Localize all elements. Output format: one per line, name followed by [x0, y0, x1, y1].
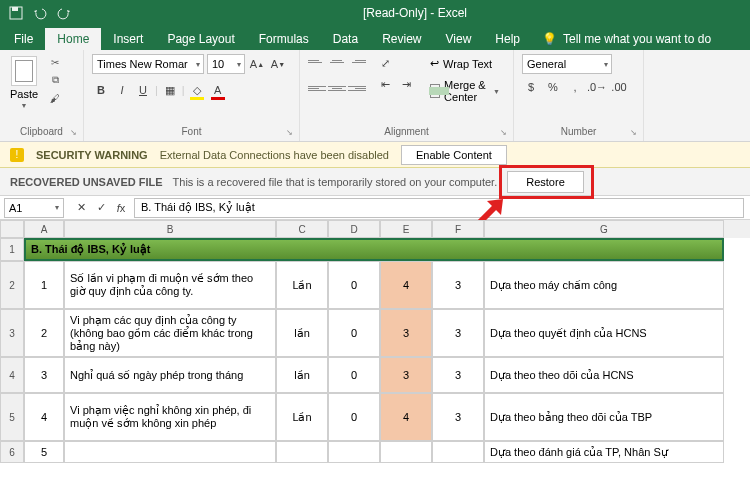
increase-decimal-button[interactable]: .0→ [588, 78, 606, 96]
cell[interactable]: Dựa theo đánh giá của TP, Nhân Sự [484, 441, 724, 463]
restore-button[interactable]: Restore [507, 171, 584, 193]
row-header[interactable]: 3 [0, 309, 24, 357]
cell[interactable]: Số lần vi phạm đi muộn về sớm theo giờ q… [64, 261, 276, 309]
col-header[interactable]: F [432, 220, 484, 238]
cut-button[interactable]: ✂ [46, 54, 64, 70]
align-right[interactable] [348, 81, 366, 95]
dialog-launcher-icon[interactable]: ↘ [286, 128, 296, 138]
cell[interactable] [64, 441, 276, 463]
cell[interactable]: Dựa theo máy chấm công [484, 261, 724, 309]
tab-insert[interactable]: Insert [101, 28, 155, 50]
cell[interactable]: 3 [432, 393, 484, 441]
underline-button[interactable]: U [134, 81, 152, 99]
cell[interactable]: Lần [276, 393, 328, 441]
cell[interactable]: lần [276, 309, 328, 357]
borders-button[interactable]: ▦ [161, 81, 179, 99]
undo-icon[interactable] [30, 3, 50, 23]
decrease-decimal-button[interactable]: .00 [610, 78, 628, 96]
orientation-button[interactable]: ⤢ [376, 54, 394, 72]
tab-data[interactable]: Data [321, 28, 370, 50]
cell[interactable] [328, 441, 380, 463]
cell[interactable]: 4 [380, 261, 432, 309]
redo-icon[interactable] [54, 3, 74, 23]
tab-view[interactable]: View [434, 28, 484, 50]
cell[interactable]: 0 [328, 261, 380, 309]
decrease-font-button[interactable]: A▼ [269, 55, 287, 73]
select-all-corner[interactable] [0, 220, 24, 238]
decrease-indent-button[interactable]: ⇤ [376, 75, 394, 93]
align-center[interactable] [328, 81, 346, 95]
comma-format-button[interactable]: , [566, 78, 584, 96]
enable-content-button[interactable]: Enable Content [401, 145, 507, 165]
fx-icon[interactable]: fx [112, 199, 130, 217]
cell[interactable]: Vi phạm việc nghỉ không xin phép, đi muộ… [64, 393, 276, 441]
cell[interactable]: Dựa theo bảng theo dõi của TBP [484, 393, 724, 441]
dialog-launcher-icon[interactable]: ↘ [70, 128, 80, 138]
row-header[interactable]: 4 [0, 357, 24, 393]
font-name-combo[interactable]: Times New Romar [92, 54, 204, 74]
cell[interactable]: 4 [24, 393, 64, 441]
cell[interactable]: 0 [328, 309, 380, 357]
increase-indent-button[interactable]: ⇥ [397, 75, 415, 93]
formula-input[interactable]: B. Thái độ IBS, Kỷ luật [134, 198, 744, 218]
tab-home[interactable]: Home [45, 28, 101, 50]
cell[interactable]: 2 [24, 309, 64, 357]
tab-help[interactable]: Help [483, 28, 532, 50]
cell[interactable]: B. Thái độ IBS, Kỷ luật [24, 238, 724, 261]
cell[interactable]: 3 [24, 357, 64, 393]
percent-format-button[interactable]: % [544, 78, 562, 96]
tab-review[interactable]: Review [370, 28, 433, 50]
cell[interactable]: 3 [380, 357, 432, 393]
name-box[interactable]: A1 [4, 198, 64, 218]
col-header[interactable]: C [276, 220, 328, 238]
paste-button[interactable]: Paste ▼ [8, 54, 40, 111]
cell[interactable]: 0 [328, 393, 380, 441]
italic-button[interactable]: I [113, 81, 131, 99]
align-top-right[interactable] [348, 54, 366, 68]
format-painter-button[interactable]: 🖌 [46, 90, 64, 106]
tab-formulas[interactable]: Formulas [247, 28, 321, 50]
copy-button[interactable]: ⧉ [46, 72, 64, 88]
col-header[interactable]: E [380, 220, 432, 238]
font-size-combo[interactable]: 10 [207, 54, 245, 74]
cell[interactable]: lần [276, 357, 328, 393]
fill-color-button[interactable]: ◇ [188, 81, 206, 99]
cell[interactable] [432, 441, 484, 463]
cell[interactable]: Dựa theo theo dõi của HCNS [484, 357, 724, 393]
tab-page-layout[interactable]: Page Layout [155, 28, 246, 50]
align-left[interactable] [308, 81, 326, 95]
cancel-formula-icon[interactable]: ✕ [72, 199, 90, 217]
row-header[interactable]: 1 [0, 238, 24, 261]
cell[interactable] [276, 441, 328, 463]
align-top-left[interactable] [308, 54, 326, 68]
cell[interactable]: 4 [380, 393, 432, 441]
cell[interactable]: 5 [24, 441, 64, 463]
font-color-button[interactable]: A [209, 81, 227, 99]
number-format-combo[interactable]: General [522, 54, 612, 74]
tell-me-search[interactable]: 💡 Tell me what you want to do [532, 28, 721, 50]
cell[interactable]: 3 [380, 309, 432, 357]
row-header[interactable]: 5 [0, 393, 24, 441]
cell[interactable]: 3 [432, 357, 484, 393]
row-header[interactable]: 6 [0, 441, 24, 463]
cell[interactable]: 1 [24, 261, 64, 309]
bold-button[interactable]: B [92, 81, 110, 99]
cell[interactable]: Vi phạm các quy định của công ty (không … [64, 309, 276, 357]
save-icon[interactable] [6, 3, 26, 23]
tab-file[interactable]: File [2, 28, 45, 50]
col-header[interactable]: D [328, 220, 380, 238]
cell[interactable]: Dựa theo quyết định của HCNS [484, 309, 724, 357]
align-top-center[interactable] [328, 54, 346, 68]
row-header[interactable]: 2 [0, 261, 24, 309]
dialog-launcher-icon[interactable]: ↘ [500, 128, 510, 138]
cell[interactable] [380, 441, 432, 463]
col-header[interactable]: A [24, 220, 64, 238]
dialog-launcher-icon[interactable]: ↘ [630, 128, 640, 138]
accounting-format-button[interactable]: $ [522, 78, 540, 96]
cell[interactable]: Nghỉ quá số ngày phép trong tháng [64, 357, 276, 393]
cell[interactable]: 0 [328, 357, 380, 393]
cell[interactable]: 3 [432, 309, 484, 357]
enter-formula-icon[interactable]: ✓ [92, 199, 110, 217]
col-header[interactable]: G [484, 220, 724, 238]
increase-font-button[interactable]: A▲ [248, 55, 266, 73]
